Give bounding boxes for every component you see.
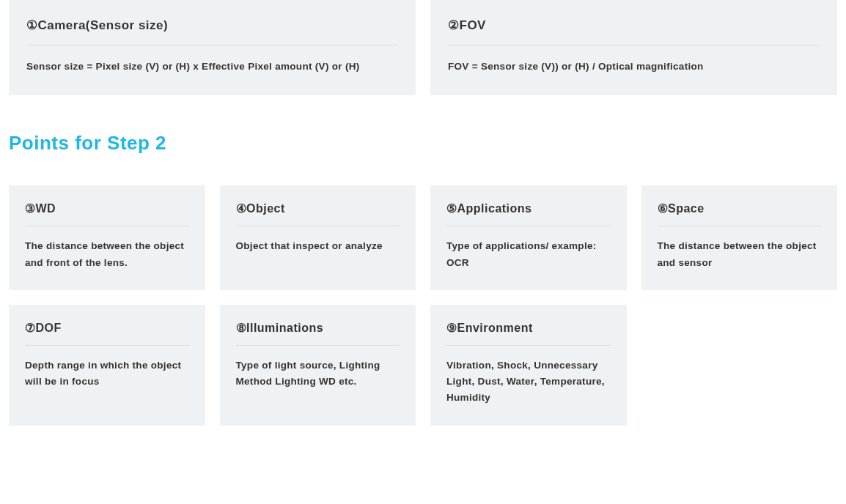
section-heading: Points for Step 2	[9, 132, 837, 155]
card-body: Type of applications/ example: OCR	[446, 238, 611, 271]
card-title: ④Object	[236, 201, 400, 226]
card-fov: ②FOV FOV = Sensor size (V)) or (H) / Opt…	[430, 0, 837, 95]
card-environment: ⑨Environment Vibration, Shock, Unnecessa…	[430, 305, 627, 426]
card-body: The distance between the object and fron…	[25, 238, 189, 271]
card-space: ⑥Space The distance between the object a…	[641, 185, 838, 290]
card-title: ⑧Illuminations	[236, 321, 400, 346]
card-body: The distance between the object and sens…	[658, 238, 822, 271]
card-body: Depth range in which the object will be …	[25, 357, 189, 390]
card-title: ⑦DOF	[25, 321, 189, 346]
card-body: Type of light source, Lighting Method Li…	[236, 357, 400, 390]
card-title: ⑥Space	[658, 201, 822, 226]
card-camera-sensor-size: ①Camera(Sensor size) Sensor size = Pixel…	[9, 0, 416, 95]
card-body: Sensor size = Pixel size (V) or (H) x Ef…	[26, 59, 398, 75]
card-body: Object that inspect or analyze	[236, 238, 400, 254]
card-body: Vibration, Shock, Unnecessary Light, Dus…	[446, 357, 611, 407]
card-dof: ⑦DOF Depth range in which the object wil…	[9, 305, 205, 426]
card-body: FOV = Sensor size (V)) or (H) / Optical …	[448, 59, 820, 75]
card-title: ③WD	[25, 201, 189, 226]
card-illuminations: ⑧Illuminations Type of light source, Lig…	[220, 305, 416, 426]
card-grid: ③WD The distance between the object and …	[9, 185, 837, 425]
top-card-row: ①Camera(Sensor size) Sensor size = Pixel…	[9, 0, 837, 95]
card-title: ⑨Environment	[446, 321, 611, 346]
card-title: ⑤Applications	[446, 201, 611, 226]
card-title: ①Camera(Sensor size)	[26, 18, 398, 45]
card-applications: ⑤Applications Type of applications/ exam…	[430, 185, 627, 290]
card-title: ②FOV	[448, 18, 820, 45]
card-object: ④Object Object that inspect or analyze	[220, 185, 416, 290]
card-wd: ③WD The distance between the object and …	[9, 185, 205, 290]
